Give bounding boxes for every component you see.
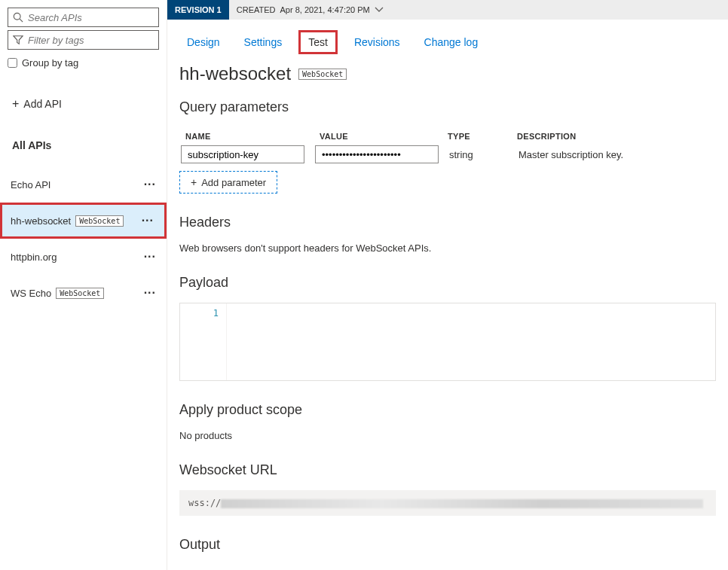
revision-created[interactable]: CREATED Apr 8, 2021, 4:47:20 PM	[229, 5, 391, 14]
plus-icon: +	[191, 176, 197, 188]
chevron-down-icon	[375, 7, 384, 13]
revision-bar: REVISION 1 CREATED Apr 8, 2021, 4:47:20 …	[167, 0, 728, 20]
filter-tags-field[interactable]	[8, 30, 159, 50]
all-apis-heading[interactable]: All APIs	[12, 139, 159, 151]
more-icon[interactable]: ···	[144, 250, 156, 264]
param-desc: Master subscription key.	[518, 149, 623, 160]
api-item-ws-echo[interactable]: WS Echo WebSocket ···	[0, 275, 167, 311]
tab-test[interactable]: Test	[298, 30, 338, 54]
col-type: TYPE	[448, 132, 517, 141]
payload-content[interactable]	[227, 303, 715, 380]
more-icon[interactable]: ···	[144, 286, 156, 300]
tab-change-log[interactable]: Change log	[417, 32, 486, 52]
search-apis-input[interactable]	[28, 12, 154, 23]
payload-heading: Payload	[179, 275, 716, 291]
more-icon[interactable]: ···	[142, 214, 154, 227]
group-by-tag-input[interactable]	[8, 58, 17, 68]
product-scope-note: No products	[179, 430, 716, 441]
output-heading: Output	[179, 537, 716, 553]
tab-revisions[interactable]: Revisions	[347, 32, 408, 52]
websocket-url-prefix: wss://	[188, 498, 221, 508]
revision-created-label: CREATED	[237, 5, 276, 14]
group-by-tag-checkbox[interactable]: Group by tag	[8, 57, 159, 69]
headers-heading: Headers	[179, 215, 716, 230]
api-item-hh-websocket[interactable]: hh-websocket WebSocket ···	[0, 203, 167, 239]
api-list: Echo API ··· hh-websocket WebSocket ··· …	[0, 166, 167, 311]
sidebar: Group by tag + Add API All APIs Echo API…	[0, 0, 167, 570]
svg-point-0	[14, 13, 20, 20]
add-parameter-button[interactable]: + Add parameter	[179, 171, 277, 194]
api-item-echo[interactable]: Echo API ···	[0, 166, 167, 203]
websocket-badge: WebSocket	[56, 288, 104, 299]
tabs: Design Settings Test Revisions Change lo…	[167, 20, 728, 60]
search-icon	[13, 12, 23, 23]
api-item-label: httpbin.org	[11, 251, 57, 263]
websocket-badge: WebSocket	[75, 215, 124, 227]
api-item-httpbin[interactable]: httpbin.org ···	[0, 239, 167, 275]
payload-line-numbers: 1	[180, 303, 227, 380]
apply-product-scope-heading: Apply product scope	[179, 402, 716, 418]
more-icon[interactable]: ···	[144, 178, 156, 191]
plus-icon: +	[12, 97, 19, 111]
websocket-url-blurred	[221, 499, 703, 508]
headers-note: Web browsers don't support headers for W…	[179, 242, 716, 254]
tab-design[interactable]: Design	[179, 32, 228, 52]
query-parameters-header: NAME VALUE TYPE DESCRIPTION	[179, 127, 716, 145]
param-name-input[interactable]	[181, 145, 304, 163]
api-item-label: Echo API	[11, 179, 50, 191]
api-title-row: hh-websocket WebSocket	[179, 63, 716, 84]
query-parameters-heading: Query parameters	[179, 99, 716, 115]
content: hh-websocket WebSocket Query parameters …	[167, 60, 728, 570]
query-parameter-row: string Master subscription key.	[179, 145, 716, 163]
api-item-label: hh-websocket	[11, 215, 71, 227]
add-parameter-label: Add parameter	[201, 177, 266, 188]
filter-tags-input[interactable]	[28, 35, 154, 46]
param-value-input[interactable]	[315, 145, 439, 163]
svg-line-1	[20, 19, 23, 22]
websocket-url-box[interactable]: wss://	[179, 490, 716, 516]
add-api-button[interactable]: + Add API	[12, 97, 159, 111]
col-value: VALUE	[320, 132, 448, 141]
websocket-badge: WebSocket	[298, 69, 347, 80]
add-api-label: Add API	[23, 98, 62, 110]
col-name: NAME	[185, 132, 320, 141]
api-title: hh-websocket	[179, 63, 291, 84]
search-apis-field[interactable]	[8, 8, 159, 27]
group-by-tag-label: Group by tag	[22, 57, 78, 69]
revision-created-value: Apr 8, 2021, 4:47:20 PM	[280, 5, 370, 14]
param-type: string	[449, 149, 518, 160]
main-panel: REVISION 1 CREATED Apr 8, 2021, 4:47:20 …	[167, 0, 728, 570]
tab-settings[interactable]: Settings	[237, 32, 290, 52]
api-item-label: WS Echo	[11, 288, 51, 299]
col-desc: DESCRIPTION	[517, 132, 710, 141]
revision-badge[interactable]: REVISION 1	[167, 0, 229, 20]
payload-editor[interactable]: 1	[179, 303, 716, 381]
filter-icon	[13, 35, 23, 45]
websocket-url-heading: Websocket URL	[179, 462, 716, 478]
